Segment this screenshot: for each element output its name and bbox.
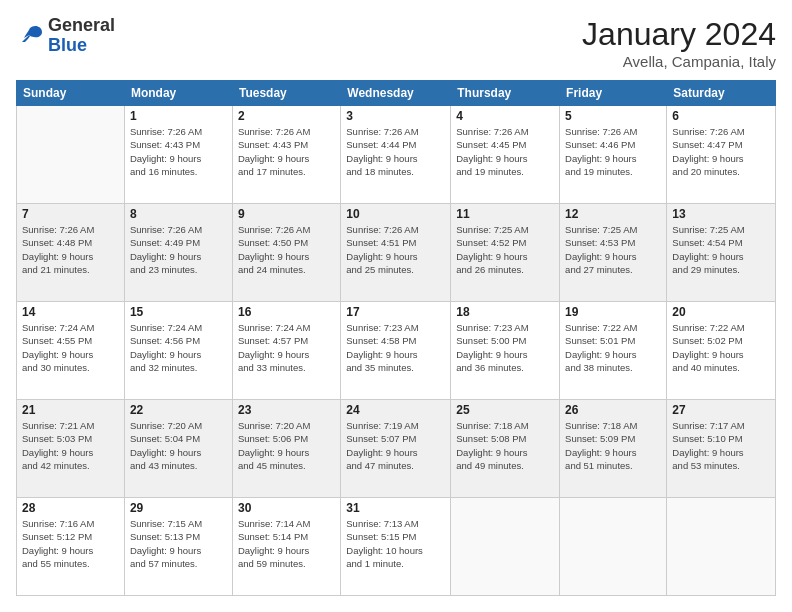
calendar-day-cell: 25Sunrise: 7:18 AMSunset: 5:08 PMDayligh… bbox=[451, 400, 560, 498]
logo-bird-icon bbox=[16, 24, 44, 48]
day-info: Sunrise: 7:19 AMSunset: 5:07 PMDaylight:… bbox=[346, 419, 445, 472]
day-number: 14 bbox=[22, 305, 119, 319]
day-info: Sunrise: 7:26 AMSunset: 4:50 PMDaylight:… bbox=[238, 223, 335, 276]
day-info: Sunrise: 7:17 AMSunset: 5:10 PMDaylight:… bbox=[672, 419, 770, 472]
day-number: 7 bbox=[22, 207, 119, 221]
calendar-day-cell: 18Sunrise: 7:23 AMSunset: 5:00 PMDayligh… bbox=[451, 302, 560, 400]
calendar-day-cell: 9Sunrise: 7:26 AMSunset: 4:50 PMDaylight… bbox=[232, 204, 340, 302]
day-number: 12 bbox=[565, 207, 661, 221]
day-info: Sunrise: 7:26 AMSunset: 4:49 PMDaylight:… bbox=[130, 223, 227, 276]
calendar-day-cell: 23Sunrise: 7:20 AMSunset: 5:06 PMDayligh… bbox=[232, 400, 340, 498]
location: Avella, Campania, Italy bbox=[582, 53, 776, 70]
calendar-day-cell: 6Sunrise: 7:26 AMSunset: 4:47 PMDaylight… bbox=[667, 106, 776, 204]
day-info: Sunrise: 7:22 AMSunset: 5:02 PMDaylight:… bbox=[672, 321, 770, 374]
calendar-day-cell: 4Sunrise: 7:26 AMSunset: 4:45 PMDaylight… bbox=[451, 106, 560, 204]
month-title: January 2024 bbox=[582, 16, 776, 53]
calendar-week-row: 21Sunrise: 7:21 AMSunset: 5:03 PMDayligh… bbox=[17, 400, 776, 498]
col-monday: Monday bbox=[124, 81, 232, 106]
day-number: 16 bbox=[238, 305, 335, 319]
logo-blue: Blue bbox=[48, 36, 115, 56]
day-info: Sunrise: 7:24 AMSunset: 4:55 PMDaylight:… bbox=[22, 321, 119, 374]
calendar-day-cell: 27Sunrise: 7:17 AMSunset: 5:10 PMDayligh… bbox=[667, 400, 776, 498]
day-number: 28 bbox=[22, 501, 119, 515]
calendar-day-cell: 19Sunrise: 7:22 AMSunset: 5:01 PMDayligh… bbox=[560, 302, 667, 400]
calendar-day-cell: 8Sunrise: 7:26 AMSunset: 4:49 PMDaylight… bbox=[124, 204, 232, 302]
day-number: 4 bbox=[456, 109, 554, 123]
calendar-day-cell bbox=[451, 498, 560, 596]
page: General Blue January 2024 Avella, Campan… bbox=[0, 0, 792, 612]
day-info: Sunrise: 7:24 AMSunset: 4:57 PMDaylight:… bbox=[238, 321, 335, 374]
day-number: 13 bbox=[672, 207, 770, 221]
calendar-day-cell bbox=[17, 106, 125, 204]
calendar-day-cell: 7Sunrise: 7:26 AMSunset: 4:48 PMDaylight… bbox=[17, 204, 125, 302]
logo-general: General bbox=[48, 16, 115, 36]
calendar-day-cell: 16Sunrise: 7:24 AMSunset: 4:57 PMDayligh… bbox=[232, 302, 340, 400]
day-info: Sunrise: 7:23 AMSunset: 5:00 PMDaylight:… bbox=[456, 321, 554, 374]
day-number: 25 bbox=[456, 403, 554, 417]
calendar-day-cell: 26Sunrise: 7:18 AMSunset: 5:09 PMDayligh… bbox=[560, 400, 667, 498]
header-row: Sunday Monday Tuesday Wednesday Thursday… bbox=[17, 81, 776, 106]
calendar-week-row: 7Sunrise: 7:26 AMSunset: 4:48 PMDaylight… bbox=[17, 204, 776, 302]
day-number: 22 bbox=[130, 403, 227, 417]
calendar-day-cell bbox=[667, 498, 776, 596]
calendar-week-row: 28Sunrise: 7:16 AMSunset: 5:12 PMDayligh… bbox=[17, 498, 776, 596]
calendar-day-cell: 10Sunrise: 7:26 AMSunset: 4:51 PMDayligh… bbox=[341, 204, 451, 302]
calendar-week-row: 1Sunrise: 7:26 AMSunset: 4:43 PMDaylight… bbox=[17, 106, 776, 204]
day-info: Sunrise: 7:14 AMSunset: 5:14 PMDaylight:… bbox=[238, 517, 335, 570]
logo-text: General Blue bbox=[48, 16, 115, 56]
logo: General Blue bbox=[16, 16, 115, 56]
day-number: 6 bbox=[672, 109, 770, 123]
day-number: 18 bbox=[456, 305, 554, 319]
day-info: Sunrise: 7:25 AMSunset: 4:54 PMDaylight:… bbox=[672, 223, 770, 276]
day-number: 21 bbox=[22, 403, 119, 417]
day-info: Sunrise: 7:26 AMSunset: 4:46 PMDaylight:… bbox=[565, 125, 661, 178]
calendar-day-cell: 24Sunrise: 7:19 AMSunset: 5:07 PMDayligh… bbox=[341, 400, 451, 498]
col-tuesday: Tuesday bbox=[232, 81, 340, 106]
day-number: 10 bbox=[346, 207, 445, 221]
day-number: 29 bbox=[130, 501, 227, 515]
calendar-day-cell: 3Sunrise: 7:26 AMSunset: 4:44 PMDaylight… bbox=[341, 106, 451, 204]
calendar-day-cell: 17Sunrise: 7:23 AMSunset: 4:58 PMDayligh… bbox=[341, 302, 451, 400]
calendar-week-row: 14Sunrise: 7:24 AMSunset: 4:55 PMDayligh… bbox=[17, 302, 776, 400]
day-info: Sunrise: 7:23 AMSunset: 4:58 PMDaylight:… bbox=[346, 321, 445, 374]
col-friday: Friday bbox=[560, 81, 667, 106]
calendar-day-cell: 21Sunrise: 7:21 AMSunset: 5:03 PMDayligh… bbox=[17, 400, 125, 498]
day-info: Sunrise: 7:26 AMSunset: 4:43 PMDaylight:… bbox=[130, 125, 227, 178]
calendar-day-cell: 30Sunrise: 7:14 AMSunset: 5:14 PMDayligh… bbox=[232, 498, 340, 596]
day-info: Sunrise: 7:15 AMSunset: 5:13 PMDaylight:… bbox=[130, 517, 227, 570]
calendar-day-cell: 20Sunrise: 7:22 AMSunset: 5:02 PMDayligh… bbox=[667, 302, 776, 400]
day-number: 20 bbox=[672, 305, 770, 319]
day-info: Sunrise: 7:24 AMSunset: 4:56 PMDaylight:… bbox=[130, 321, 227, 374]
calendar-day-cell: 29Sunrise: 7:15 AMSunset: 5:13 PMDayligh… bbox=[124, 498, 232, 596]
day-info: Sunrise: 7:25 AMSunset: 4:52 PMDaylight:… bbox=[456, 223, 554, 276]
header: General Blue January 2024 Avella, Campan… bbox=[16, 16, 776, 70]
day-info: Sunrise: 7:26 AMSunset: 4:44 PMDaylight:… bbox=[346, 125, 445, 178]
day-info: Sunrise: 7:26 AMSunset: 4:51 PMDaylight:… bbox=[346, 223, 445, 276]
day-info: Sunrise: 7:26 AMSunset: 4:45 PMDaylight:… bbox=[456, 125, 554, 178]
day-number: 17 bbox=[346, 305, 445, 319]
calendar-day-cell: 12Sunrise: 7:25 AMSunset: 4:53 PMDayligh… bbox=[560, 204, 667, 302]
day-number: 5 bbox=[565, 109, 661, 123]
day-info: Sunrise: 7:26 AMSunset: 4:43 PMDaylight:… bbox=[238, 125, 335, 178]
calendar-table: Sunday Monday Tuesday Wednesday Thursday… bbox=[16, 80, 776, 596]
calendar-day-cell: 2Sunrise: 7:26 AMSunset: 4:43 PMDaylight… bbox=[232, 106, 340, 204]
day-info: Sunrise: 7:21 AMSunset: 5:03 PMDaylight:… bbox=[22, 419, 119, 472]
day-info: Sunrise: 7:26 AMSunset: 4:48 PMDaylight:… bbox=[22, 223, 119, 276]
day-number: 9 bbox=[238, 207, 335, 221]
col-saturday: Saturday bbox=[667, 81, 776, 106]
day-number: 24 bbox=[346, 403, 445, 417]
day-number: 1 bbox=[130, 109, 227, 123]
col-thursday: Thursday bbox=[451, 81, 560, 106]
day-number: 3 bbox=[346, 109, 445, 123]
calendar-day-cell: 22Sunrise: 7:20 AMSunset: 5:04 PMDayligh… bbox=[124, 400, 232, 498]
day-number: 27 bbox=[672, 403, 770, 417]
day-number: 26 bbox=[565, 403, 661, 417]
calendar-day-cell: 11Sunrise: 7:25 AMSunset: 4:52 PMDayligh… bbox=[451, 204, 560, 302]
calendar-day-cell: 15Sunrise: 7:24 AMSunset: 4:56 PMDayligh… bbox=[124, 302, 232, 400]
day-info: Sunrise: 7:18 AMSunset: 5:09 PMDaylight:… bbox=[565, 419, 661, 472]
day-info: Sunrise: 7:18 AMSunset: 5:08 PMDaylight:… bbox=[456, 419, 554, 472]
col-sunday: Sunday bbox=[17, 81, 125, 106]
day-info: Sunrise: 7:26 AMSunset: 4:47 PMDaylight:… bbox=[672, 125, 770, 178]
day-info: Sunrise: 7:25 AMSunset: 4:53 PMDaylight:… bbox=[565, 223, 661, 276]
day-number: 30 bbox=[238, 501, 335, 515]
